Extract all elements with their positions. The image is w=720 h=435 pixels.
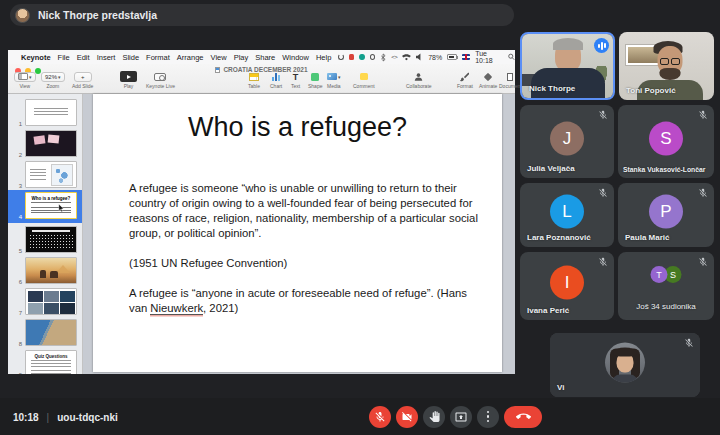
end-call-icon <box>516 409 531 424</box>
slide-thumbnail-6[interactable]: 6 <box>8 255 82 288</box>
menu-item-keynote[interactable]: Keynote <box>21 53 51 62</box>
participant-name: Stanka Vukasović-Lončar <box>623 166 705 173</box>
slide-thumbnail-7[interactable]: 7 <box>8 286 82 319</box>
battery-percentage: 78% <box>428 54 442 61</box>
slide-thumbnail-9[interactable]: 9 Quiz Questions <box>8 348 82 374</box>
zoom-label: Zoom <box>41 83 65 89</box>
app-red-icon[interactable] <box>349 54 354 60</box>
add-slide-button[interactable]: + Add Slide <box>72 71 93 89</box>
avatar: P <box>649 195 683 229</box>
macos-menubar: Keynote File Edit Insert Slide Format Ar… <box>8 50 515 64</box>
more-options-button[interactable] <box>477 406 499 428</box>
participant-tile-stanka-vukasovic-loncar[interactable]: S Stanka Vukasović-Lončar <box>618 105 714 178</box>
mic-off-icon <box>598 188 608 198</box>
glasses <box>660 58 680 65</box>
participant-tile-toni-popovic[interactable]: Toni Popović <box>619 32 714 100</box>
play-button[interactable]: Play <box>120 71 137 89</box>
mic-off-button[interactable] <box>369 406 391 428</box>
call-controls <box>369 406 542 428</box>
menu-item-help[interactable]: Help <box>316 53 331 62</box>
menu-item-arrange[interactable]: Arrange <box>177 53 204 62</box>
menu-item-file[interactable]: File <box>58 53 70 62</box>
thumbnail: Who is a refugee? <box>25 192 77 219</box>
participant-tile-lara-poznanovic[interactable]: L Lara Poznanović <box>520 183 614 247</box>
participant-tile-more-participants[interactable]: T S Još 34 sudionika <box>618 252 714 320</box>
slide-thumbnail-3[interactable]: 3 <box>8 159 82 192</box>
bluetooth-icon[interactable] <box>380 53 386 62</box>
document-button[interactable]: Document <box>499 71 522 89</box>
menubar-clock[interactable]: Tue 10:18 <box>475 50 503 64</box>
text-label: Text <box>291 83 300 89</box>
participant-tile-ivana-peric[interactable]: I Ivana Perić <box>520 252 614 320</box>
menu-item-share[interactable]: Share <box>255 53 275 62</box>
keynote-titlebar: CROATIA DECEMBER 2021 ▾ View 92%▾ Zoom +… <box>8 64 515 94</box>
text-button[interactable]: T Text <box>291 71 300 89</box>
text-lines <box>31 360 71 374</box>
media-button[interactable]: ▾ Media <box>327 71 341 89</box>
pyramid-shape <box>56 265 70 273</box>
table-button[interactable]: Table <box>248 71 260 89</box>
slide-thumbnail-1[interactable]: 1 <box>8 97 82 130</box>
camera-off-button[interactable] <box>396 406 418 428</box>
thumbnail <box>25 226 77 253</box>
participant-tile-paula-maric[interactable]: P Paula Marić <box>618 183 714 247</box>
slide-thumbnail-2[interactable]: 2 <box>8 128 82 161</box>
clock-icon[interactable] <box>370 54 376 60</box>
input-source-icon[interactable]: <> <box>391 54 397 60</box>
wifi-icon[interactable] <box>402 53 411 61</box>
volume-icon[interactable] <box>416 53 423 61</box>
format-label: Format <box>457 83 473 89</box>
keynote-window: CROATIA DECEMBER 2021 ▾ View 92%▾ Zoom +… <box>8 64 515 374</box>
view-button[interactable]: ▾ View <box>14 71 36 89</box>
search-icon[interactable] <box>508 53 515 61</box>
keynote-live-button[interactable]: Keynote Live <box>146 71 175 89</box>
mic-off-icon <box>374 411 386 423</box>
document-page-icon <box>507 73 513 81</box>
participant-tile-self[interactable]: Vi <box>550 333 700 397</box>
app-teal-icon[interactable] <box>359 54 364 60</box>
table-icon <box>249 73 259 81</box>
participant-name: Julia Veljača <box>527 164 575 173</box>
chart-button[interactable]: Chart <box>270 71 282 89</box>
current-slide[interactable]: Who is a refugee? A refugee is someone “… <box>93 94 502 372</box>
menu-item-window[interactable]: Window <box>282 53 309 62</box>
collaborate-button[interactable]: Collaborate <box>406 71 432 89</box>
slide-title: Who is a refugee? <box>93 112 502 143</box>
slide-thumbnail-5[interactable]: 5 <box>8 224 82 257</box>
raise-hand-button[interactable] <box>423 406 445 428</box>
text-icon: T <box>293 72 299 82</box>
thumbnail <box>25 161 77 188</box>
menu-item-insert[interactable]: Insert <box>97 53 116 62</box>
sync-icon[interactable] <box>338 54 344 60</box>
comment-button[interactable]: Comment <box>353 71 375 89</box>
slide-number: 3 <box>10 183 22 189</box>
thumbnail: Quiz Questions <box>25 350 77 374</box>
menu-item-view[interactable]: View <box>211 53 227 62</box>
zoom-button[interactable]: 92%▾ Zoom <box>41 71 65 89</box>
slide-thumbnail-8[interactable]: 8 <box>8 317 82 350</box>
menu-item-play[interactable]: Play <box>234 53 249 62</box>
menu-item-format[interactable]: Format <box>146 53 170 62</box>
more-participants-label: Još 34 sudionika <box>618 302 714 311</box>
mic-off-icon <box>598 257 608 267</box>
animate-label: Animate <box>479 83 497 89</box>
photo-cell <box>44 303 59 314</box>
slide-thumbnail-4-selected[interactable]: 4 Who is a refugee? <box>8 190 82 223</box>
participant-tile-nick-thorpe[interactable]: Nick Thorpe <box>520 32 615 100</box>
participant-tile-julia-veljaca[interactable]: J Julia Veljača <box>520 105 614 178</box>
paragraph-text: , 2021) <box>203 302 238 314</box>
present-screen-button[interactable] <box>450 406 472 428</box>
animate-button[interactable]: Animate <box>479 71 497 89</box>
thumbnail <box>25 319 77 346</box>
thumbnail-title: Quiz Questions <box>26 354 76 359</box>
keynote-body: 1 2 3 4 Who is a refugee? <box>8 94 515 374</box>
slide-navigator: 1 2 3 4 Who is a refugee? <box>8 94 83 374</box>
input-flag-icon[interactable] <box>462 54 470 60</box>
slide-number: 1 <box>10 121 22 127</box>
format-button[interactable]: Format <box>457 71 473 89</box>
menu-item-slide[interactable]: Slide <box>122 53 139 62</box>
menu-item-edit[interactable]: Edit <box>77 53 90 62</box>
end-call-button[interactable] <box>504 406 542 428</box>
person-beard <box>660 68 681 80</box>
shape-button[interactable]: Shape <box>308 71 322 89</box>
